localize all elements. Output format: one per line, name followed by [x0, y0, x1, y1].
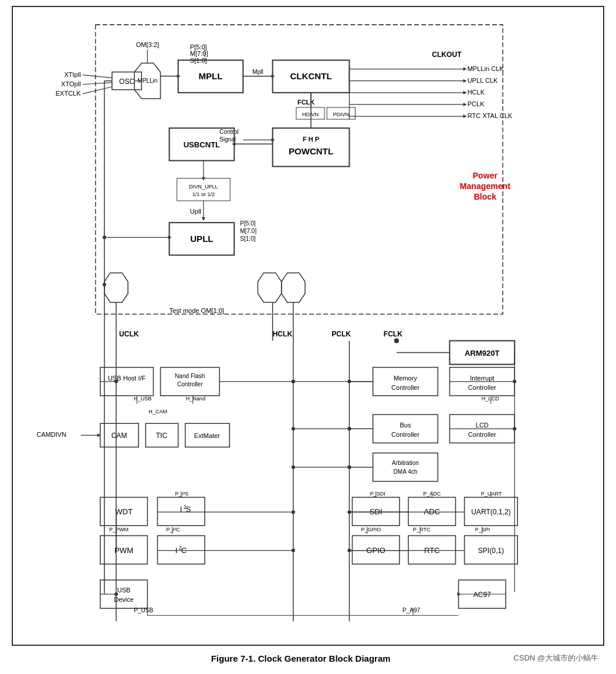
svg-marker-80	[282, 273, 305, 302]
svg-text:Bus: Bus	[400, 422, 411, 429]
svg-text:P_UART: P_UART	[481, 491, 502, 497]
svg-marker-45	[463, 114, 467, 118]
svg-text:Controller: Controller	[177, 381, 203, 387]
svg-text:ARM920T: ARM920T	[465, 349, 500, 358]
svg-point-224	[292, 380, 295, 383]
svg-marker-72	[202, 217, 205, 221]
svg-text:PDIVN: PDIVN	[333, 112, 350, 117]
svg-text:H_LCD: H_LCD	[482, 396, 499, 402]
svg-text:P_SDI: P_SDI	[370, 491, 385, 497]
svg-text:Controller: Controller	[468, 431, 496, 438]
svg-text:WDT: WDT	[115, 507, 133, 516]
svg-text:Mpll: Mpll	[252, 69, 263, 75]
svg-text:P[5:0]: P[5:0]	[240, 220, 255, 227]
svg-text:XTOpll: XTOpll	[61, 80, 81, 87]
svg-text:OSC: OSC	[119, 77, 134, 86]
svg-text:TIC: TIC	[156, 432, 168, 440]
svg-line-9	[83, 83, 112, 85]
svg-text:RTC XTAL CLK: RTC XTAL CLK	[468, 112, 513, 119]
svg-text:XTIpll: XTIpll	[64, 71, 80, 78]
svg-marker-213	[458, 592, 461, 596]
svg-text:P_USB: P_USB	[134, 607, 153, 614]
svg-line-7	[83, 75, 112, 78]
svg-marker-33	[463, 68, 467, 71]
svg-text:LCD: LCD	[476, 422, 489, 429]
svg-text:POWCNTL: POWCNTL	[289, 146, 333, 156]
svg-marker-39	[463, 91, 467, 95]
svg-rect-0	[96, 25, 503, 314]
svg-text:Controller: Controller	[391, 384, 419, 391]
svg-point-204	[114, 592, 118, 596]
svg-text:I: I	[180, 505, 182, 514]
svg-text:Memory: Memory	[394, 375, 417, 382]
svg-text:PCLK: PCLK	[468, 100, 485, 107]
svg-text:CLKOUT: CLKOUT	[432, 50, 462, 59]
svg-text:Test mode OM[1:0]: Test mode OM[1:0]	[170, 307, 224, 314]
svg-marker-59	[272, 138, 275, 141]
svg-point-92	[394, 338, 399, 343]
svg-line-11	[83, 87, 112, 94]
svg-marker-78	[104, 273, 128, 302]
svg-text:CAMDIVN: CAMDIVN	[36, 431, 66, 438]
svg-text:P_I²C: P_I²C	[167, 527, 181, 533]
svg-text:Management: Management	[460, 181, 510, 191]
svg-text:DMA 4ch: DMA 4ch	[394, 469, 418, 475]
svg-text:P_I²S: P_I²S	[175, 491, 189, 497]
svg-marker-42	[463, 103, 467, 106]
watermark: CSDN @大城市的小蜗牛	[513, 653, 598, 663]
svg-text:OM[3:2]: OM[3:2]	[136, 41, 159, 48]
svg-text:ExtMater: ExtMater	[194, 432, 221, 439]
svg-text:P_A97: P_A97	[402, 607, 421, 614]
svg-rect-135	[373, 453, 438, 481]
diagram-outer: Power Management Block OSC XTIpll XTOpll…	[12, 6, 604, 646]
svg-point-143	[292, 427, 295, 430]
svg-text:PCLK: PCLK	[331, 330, 351, 338]
svg-point-197	[292, 510, 295, 514]
svg-text:Interrupt: Interrupt	[470, 375, 494, 382]
svg-text:Block: Block	[474, 192, 497, 201]
svg-text:H_CAM: H_CAM	[148, 409, 167, 414]
svg-marker-36	[463, 79, 467, 83]
svg-text:P_RTC: P_RTC	[413, 527, 431, 533]
svg-text:MPLL: MPLL	[198, 71, 222, 81]
svg-text:M[7:0]: M[7:0]	[240, 228, 256, 234]
svg-text:Upll: Upll	[190, 208, 201, 215]
svg-text:CAM: CAM	[111, 432, 127, 440]
svg-marker-28	[272, 75, 275, 78]
svg-point-220	[103, 283, 106, 287]
svg-text:PWM: PWM	[114, 546, 133, 555]
svg-text:P_SPI: P_SPI	[475, 527, 490, 533]
svg-text:SPI(0,1): SPI(0,1)	[478, 547, 504, 555]
svg-text:Arbitration: Arbitration	[392, 460, 419, 466]
svg-point-232	[347, 427, 351, 430]
svg-text:DIVN_UPLL: DIVN_UPLL	[189, 184, 218, 190]
svg-text:Device: Device	[114, 596, 134, 603]
svg-text:P_GPIO: P_GPIO	[361, 527, 381, 533]
svg-text:EXTCLK: EXTCLK	[56, 90, 82, 97]
svg-marker-79	[258, 273, 281, 302]
svg-text:Controller: Controller	[391, 431, 419, 438]
svg-text:USB: USB	[117, 587, 131, 594]
svg-point-233	[347, 466, 351, 469]
svg-text:HDIVN: HDIVN	[302, 112, 319, 117]
svg-marker-69	[202, 177, 205, 181]
svg-text:HCLK: HCLK	[273, 330, 293, 338]
svg-text:UPLL: UPLL	[190, 234, 213, 244]
svg-text:CLKCNTL: CLKCNTL	[290, 71, 331, 81]
svg-text:1/1 or 1/2: 1/1 or 1/2	[192, 191, 215, 197]
svg-text:S[1:0]: S[1:0]	[190, 57, 207, 64]
svg-text:Power: Power	[473, 171, 498, 180]
svg-text:HCLK: HCLK	[468, 89, 485, 96]
svg-text:Control: Control	[219, 129, 238, 135]
svg-text:FCLK: FCLK	[297, 99, 314, 106]
caption-area: Figure 7-1. Clock Generator Block Diagra…	[12, 653, 604, 663]
figure-caption: Figure 7-1. Clock Generator Block Diagra…	[88, 653, 513, 663]
svg-text:FCLK: FCLK	[384, 330, 402, 338]
svg-point-108	[114, 380, 118, 383]
svg-text:USB Host I/F: USB Host I/F	[108, 375, 146, 382]
svg-point-199	[292, 549, 295, 552]
svg-text:S: S	[186, 505, 191, 514]
svg-text:UART(0,1,2): UART(0,1,2)	[471, 508, 510, 516]
page-container: Power Management Block OSC XTIpll XTOpll…	[0, 0, 616, 674]
svg-text:F  H      P: F H P	[303, 136, 319, 143]
